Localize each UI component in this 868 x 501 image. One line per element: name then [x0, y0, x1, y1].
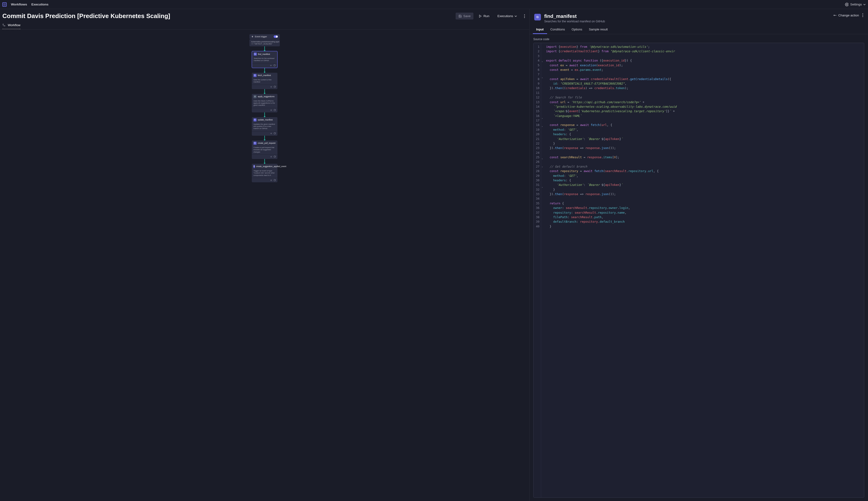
connector — [264, 46, 265, 51]
svg-point-7 — [524, 16, 525, 17]
svg-rect-2 — [3, 5, 4, 6]
nav-workflows[interactable]: Workflows — [11, 3, 27, 6]
more-menu-button[interactable] — [522, 13, 527, 20]
tab-options[interactable]: Options — [568, 25, 586, 34]
play-icon — [479, 14, 482, 18]
dynatrace-icon: ⧉ — [253, 142, 257, 145]
node-fetch-manifest[interactable]: ⧉fetch_manifest Gets the content of the … — [252, 73, 278, 89]
executions-dropdown[interactable]: Executions — [495, 13, 520, 20]
tab-sample-result[interactable]: Sample result — [586, 25, 611, 34]
retry-icon[interactable] — [274, 132, 276, 135]
swap-icon — [833, 13, 837, 17]
fold-gutter[interactable]: ˅ ˅ ˅ ˅ ˅ ˅ ˅ — [541, 43, 544, 498]
svg-point-4 — [846, 4, 847, 5]
dynatrace-icon: ⧉ — [253, 74, 257, 77]
save-icon — [458, 14, 462, 18]
connector — [264, 159, 265, 164]
change-action-button[interactable]: Change action — [833, 13, 859, 17]
connector — [264, 136, 265, 140]
retry-icon[interactable] — [273, 64, 276, 67]
svg-rect-1 — [5, 3, 6, 4]
dots-vertical-icon — [524, 14, 525, 18]
svg-point-11 — [862, 13, 863, 14]
connector — [264, 113, 265, 117]
source-code-label: Source code — [533, 38, 864, 41]
node-apply-suggestions[interactable]: ✦apply_suggestions Uses the Davis CoPilo… — [252, 94, 278, 113]
add-icon[interactable] — [270, 86, 272, 88]
save-button[interactable]: Save — [456, 13, 474, 20]
bolt-icon — [251, 35, 254, 38]
trigger-toggle[interactable] — [274, 35, 278, 38]
add-icon[interactable] — [270, 179, 272, 181]
add-icon[interactable] — [270, 109, 272, 111]
workflow-panel: Commit Davis Prediction [Predictive Kube… — [0, 9, 530, 501]
svg-point-12 — [862, 15, 863, 16]
tab-conditions[interactable]: Conditions — [547, 25, 568, 34]
ai-icon: ✦ — [253, 95, 257, 98]
connector — [264, 89, 265, 94]
dynatrace-icon: ⧉ — [254, 53, 257, 56]
dots-vertical-icon[interactable] — [862, 13, 863, 17]
action-icon: ⧉ — [534, 14, 541, 20]
retry-icon[interactable] — [274, 86, 276, 88]
retry-icon[interactable] — [274, 109, 276, 111]
action-panel: ⧉ find_manifest Searches for the workloa… — [530, 9, 868, 501]
node-find-manifest[interactable]: ⧉find_manifest Searches for the workload… — [252, 51, 278, 68]
tab-workflow[interactable]: Workflow — [2, 23, 20, 29]
node-create-pull-request[interactable]: ⧉create_pull_request Creates a pull requ… — [252, 140, 278, 159]
gear-icon — [845, 3, 849, 7]
retry-icon[interactable] — [274, 156, 276, 158]
nav-executions[interactable]: Executions — [31, 3, 48, 6]
code-editor[interactable]: 1 2 3 4 5 6 7 8 9 10 11 12 13 14 15 16 1… — [533, 43, 864, 498]
add-icon[interactable] — [270, 64, 272, 67]
add-icon[interactable] — [270, 156, 272, 158]
topnav: Workflows Executions Settings — [0, 0, 868, 9]
chevron-down-icon — [863, 3, 866, 6]
node-update-manifest[interactable]: ⧉update_manifest Updates the given manif… — [252, 117, 278, 136]
add-icon[interactable] — [270, 132, 272, 135]
trigger-description: kubernetes.predictivescaling.type == "DE… — [249, 39, 280, 46]
action-title: find_manifest — [544, 13, 605, 19]
svg-point-8 — [524, 17, 525, 18]
tab-input[interactable]: Input — [533, 25, 547, 34]
line-numbers: 1 2 3 4 5 6 7 8 9 10 11 12 13 14 15 16 1… — [533, 43, 541, 498]
connector — [264, 68, 265, 73]
app-icon[interactable] — [2, 2, 7, 7]
run-button[interactable]: Run — [476, 13, 492, 20]
dynatrace-icon: ⧉ — [253, 118, 257, 121]
workflow-canvas[interactable]: Event trigger kubernetes.predictivescali… — [0, 30, 529, 501]
chevron-down-icon — [514, 15, 517, 17]
action-tabs: Input Conditions Options Sample result — [530, 25, 868, 34]
retry-icon[interactable] — [274, 179, 276, 181]
svg-point-6 — [524, 14, 525, 15]
svg-rect-0 — [3, 3, 4, 4]
settings-button[interactable]: Settings — [845, 3, 866, 7]
svg-rect-3 — [5, 5, 6, 6]
svg-point-10 — [4, 25, 5, 26]
trigger-node[interactable]: Event trigger — [249, 34, 280, 39]
node-create-suggestion-applied-event[interactable]: ⧉create_suggestion_applied_event Trigger… — [252, 164, 278, 182]
workflow-title: Commit Davis Prediction [Predictive Kube… — [2, 12, 170, 20]
code-content[interactable]: import {execution} from '@dynatrace-sdk/… — [544, 43, 679, 498]
svg-marker-5 — [479, 15, 481, 17]
svg-point-13 — [862, 17, 863, 17]
workflow-icon — [2, 23, 6, 26]
svg-point-9 — [3, 24, 3, 25]
action-subtitle: Searches for the workload manifest on Gi… — [544, 20, 605, 23]
dynatrace-icon: ⧉ — [253, 165, 255, 168]
